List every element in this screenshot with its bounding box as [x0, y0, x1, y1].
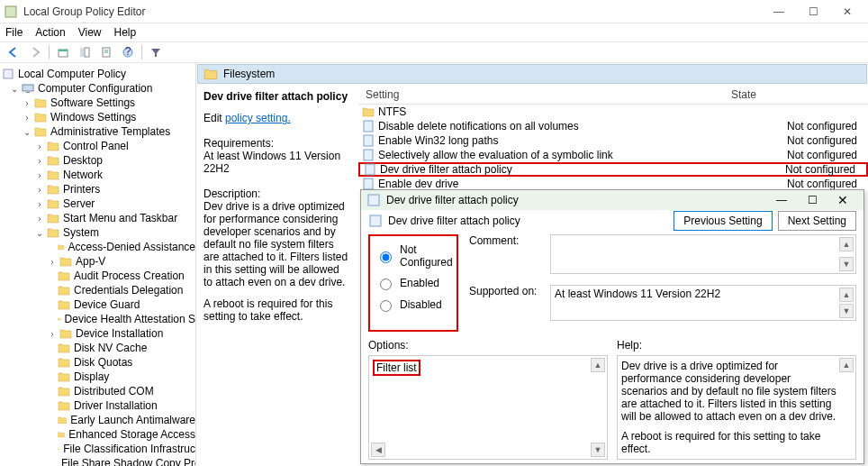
radio-disabled[interactable]: Disabled — [375, 297, 451, 312]
tree-item-start-menu-and-taskbar[interactable]: ›Start Menu and Taskbar — [0, 211, 195, 225]
next-setting-button[interactable]: Next Setting — [778, 211, 856, 231]
tree-admin-templates[interactable]: ⌄Administrative Templates — [0, 124, 195, 139]
comment-textarea[interactable]: ▲ ▼ — [550, 234, 856, 274]
row-setting: Enable dev drive — [378, 178, 787, 190]
scroll-down-icon[interactable]: ▼ — [591, 443, 605, 457]
tree-item-file-share-shadow-copy-pro[interactable]: File Share Shadow Copy Pro — [0, 456, 195, 466]
tree-label: Software Settings — [50, 96, 135, 109]
filter-button[interactable] — [146, 43, 166, 61]
folder-icon — [58, 399, 70, 412]
expand-icon[interactable]: › — [34, 214, 45, 224]
scroll-up-icon[interactable]: ▲ — [591, 358, 605, 372]
expand-icon[interactable]: › — [34, 199, 45, 209]
list-row[interactable]: Disable delete notifications on all volu… — [358, 119, 868, 133]
expand-icon[interactable]: › — [47, 329, 58, 339]
tree-item-file-classification-infrastruc[interactable]: File Classification Infrastruc — [0, 442, 195, 456]
expand-icon[interactable]: ⌄ — [34, 228, 45, 238]
tree-item-access-denied-assistance[interactable]: Access-Denied Assistance — [0, 240, 195, 254]
scroll-down-icon[interactable]: ▼ — [839, 304, 854, 318]
scroll-down-icon[interactable]: ▼ — [839, 257, 854, 271]
tree-item-display[interactable]: Display — [0, 370, 195, 384]
menu-help[interactable]: Help — [114, 26, 137, 39]
tree-item-credentials-delegation[interactable]: Credentials Delegation — [0, 283, 195, 297]
tree-label: App-V — [76, 255, 105, 268]
previous-setting-button[interactable]: Previous Setting — [674, 211, 772, 231]
list-row[interactable]: Selectively allow the evaluation of a sy… — [358, 148, 868, 162]
help-text-2: A reboot is required for this setting to… — [621, 430, 837, 455]
tree-item-network[interactable]: ›Network — [0, 168, 195, 182]
help-label: Help: — [617, 339, 856, 352]
tree-item-disk-quotas[interactable]: Disk Quotas — [0, 355, 195, 370]
tree-item-distributed-com[interactable]: Distributed COM — [0, 384, 195, 398]
dialog-maximize-button[interactable]: ☐ — [797, 190, 827, 210]
show-hide-tree-button[interactable] — [75, 43, 95, 61]
expand-icon[interactable]: › — [34, 185, 45, 195]
expand-icon[interactable]: › — [22, 113, 32, 123]
folder-icon — [58, 313, 61, 325]
help-button[interactable]: ? — [118, 43, 138, 61]
close-button[interactable]: ✕ — [830, 0, 864, 23]
tree-item-device-health-attestation-s[interactable]: Device Health Attestation S — [0, 312, 195, 326]
collapse-icon[interactable]: ⌄ — [9, 84, 20, 94]
policy-icon — [362, 149, 375, 161]
export-button[interactable] — [96, 43, 116, 61]
tree-item-audit-process-creation[interactable]: Audit Process Creation — [0, 269, 195, 283]
menu-action[interactable]: Action — [35, 26, 65, 39]
expand-icon[interactable]: › — [47, 257, 58, 267]
tree-view[interactable]: Local Computer Policy ⌄ Computer Configu… — [0, 63, 196, 466]
back-button[interactable] — [4, 43, 23, 61]
tree-label: File Share Shadow Copy Pro — [61, 457, 196, 466]
col-state[interactable]: State — [619, 85, 868, 104]
tree-item-driver-installation[interactable]: Driver Installation — [0, 398, 195, 413]
collapse-icon[interactable]: ⌄ — [22, 127, 32, 137]
svg-rect-12 — [364, 135, 373, 146]
list-row[interactable]: Enable Win32 long pathsNot configured — [358, 133, 868, 148]
menu-file[interactable]: File — [5, 26, 23, 39]
radio-enabled[interactable]: Enabled — [375, 276, 451, 290]
tree-root[interactable]: Local Computer Policy — [0, 67, 195, 81]
tree-item-device-guard[interactable]: Device Guard — [0, 297, 195, 312]
maximize-button[interactable]: ☐ — [796, 0, 830, 23]
expand-icon[interactable]: › — [34, 156, 45, 166]
tree-item-disk-nv-cache[interactable]: Disk NV Cache — [0, 341, 195, 355]
scroll-up-icon[interactable]: ▲ — [839, 237, 854, 251]
tree-item-app-v[interactable]: ›App-V — [0, 254, 195, 269]
up-button[interactable] — [53, 43, 73, 61]
radio-disabled-input[interactable] — [380, 300, 392, 312]
tree-item-device-installation[interactable]: ›Device Installation — [0, 326, 195, 341]
dialog-close-button[interactable]: ✕ — [827, 190, 858, 210]
menu-view[interactable]: View — [78, 26, 102, 39]
tree-software-settings[interactable]: ›Software Settings — [0, 96, 195, 110]
radio-label: Not Configured — [400, 243, 453, 269]
expand-icon[interactable]: › — [22, 98, 32, 108]
tree-item-server[interactable]: ›Server — [0, 196, 195, 211]
tree-item-desktop[interactable]: ›Desktop — [0, 153, 195, 168]
scroll-left-icon[interactable]: ◀ — [371, 443, 385, 457]
svg-rect-13 — [364, 150, 373, 160]
policy-icon — [364, 163, 376, 176]
minimize-button[interactable]: — — [762, 0, 796, 23]
tree-item-control-panel[interactable]: ›Control Panel — [0, 139, 195, 153]
tree-windows-settings[interactable]: ›Windows Settings — [0, 110, 195, 124]
tree-item-system[interactable]: ⌄System — [0, 225, 195, 240]
dialog-subtitle: Dev drive filter attach policy — [388, 215, 668, 227]
radio-not-configured[interactable]: Not Configured — [375, 243, 451, 269]
dialog-minimize-button[interactable]: — — [766, 190, 797, 210]
edit-policy-link[interactable]: policy setting. — [225, 112, 291, 124]
setting-name: Dev drive filter attach policy — [203, 90, 348, 103]
col-setting[interactable]: Setting — [358, 85, 619, 104]
tree-item-early-launch-antimalware[interactable]: Early Launch Antimalware — [0, 413, 195, 427]
list-row[interactable]: NTFS — [358, 105, 868, 119]
tree-item-enhanced-storage-access[interactable]: Enhanced Storage Access — [0, 427, 195, 442]
expand-icon[interactable]: › — [34, 142, 45, 151]
tree-item-printers[interactable]: ›Printers — [0, 182, 195, 196]
expand-icon[interactable]: › — [34, 170, 45, 180]
folder-icon — [58, 428, 65, 441]
scroll-up-icon[interactable]: ▲ — [839, 358, 854, 372]
radio-enabled-input[interactable] — [380, 279, 392, 290]
scroll-up-icon[interactable]: ▲ — [839, 288, 854, 302]
tree-computer-configuration[interactable]: ⌄ Computer Configuration — [0, 81, 195, 96]
forward-button[interactable] — [25, 43, 45, 61]
list-row[interactable]: Dev drive filter attach policyNot config… — [358, 162, 868, 177]
radio-not-configured-input[interactable] — [380, 251, 392, 263]
